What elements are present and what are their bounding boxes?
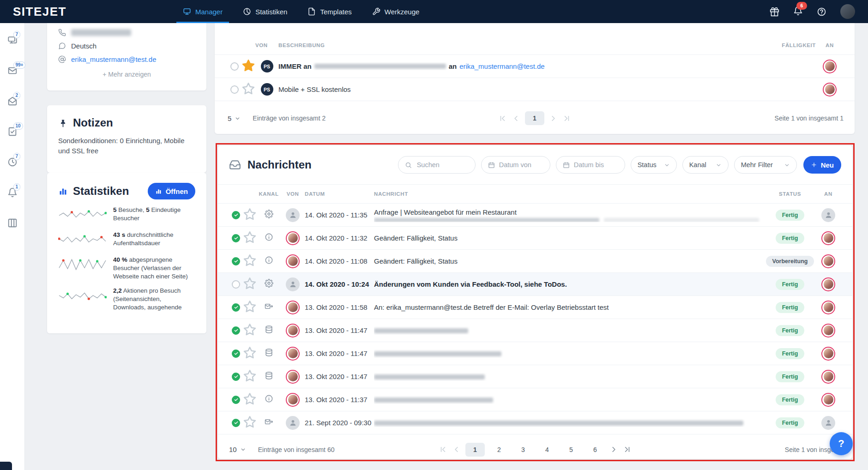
message-row[interactable]: 13. Okt 2020 - 11:37Fertig — [218, 388, 852, 411]
first-page-icon[interactable] — [498, 114, 507, 123]
message-row[interactable]: 14. Okt 2020 - 10:24Änderungen vom Kunde… — [218, 272, 852, 295]
sparkline-chart — [58, 256, 107, 274]
done-checkbox[interactable] — [232, 234, 240, 242]
last-page-icon[interactable] — [623, 445, 632, 454]
last-page-icon[interactable] — [562, 114, 571, 123]
done-checkbox[interactable] — [232, 211, 240, 219]
message-row[interactable]: 13. Okt 2020 - 11:47Fertig — [218, 319, 852, 342]
nav-item-statistiken[interactable]: Statistiken — [233, 0, 297, 23]
search-box[interactable] — [398, 156, 476, 174]
todo-row[interactable]: PSIMMER ananerika_mustermann@test.de — [215, 54, 855, 78]
page-6[interactable]: 6 — [585, 443, 605, 457]
cell-assignee — [821, 254, 835, 268]
star-icon[interactable] — [243, 376, 257, 384]
star-icon[interactable] — [243, 330, 257, 338]
star-icon[interactable] — [243, 422, 257, 430]
nav-item-manager[interactable]: Manager — [173, 0, 233, 23]
star-icon[interactable] — [243, 238, 257, 246]
date-from-input[interactable]: Datum von — [481, 156, 550, 174]
message-row[interactable]: 13. Okt 2020 - 11:47Fertig — [218, 342, 852, 365]
next-page-icon[interactable] — [609, 445, 618, 454]
cell-channel — [265, 279, 273, 289]
message-row[interactable]: 13. Okt 2020 - 11:47Fertig — [218, 365, 852, 388]
star-icon[interactable] — [241, 89, 255, 97]
previous-page-icon[interactable] — [452, 445, 461, 454]
help-fab[interactable]: ? — [830, 432, 853, 455]
new-message-button[interactable]: Neu — [803, 156, 841, 174]
star-icon[interactable] — [243, 307, 257, 315]
star-icon[interactable] — [241, 66, 255, 74]
avatar-placeholder — [286, 416, 300, 430]
rail-item-history[interactable]: 7 — [7, 157, 18, 167]
cell-from — [286, 231, 300, 245]
status-filter-select[interactable]: Status — [631, 156, 677, 174]
collapsed-widget[interactable] — [0, 462, 12, 470]
done-checkbox[interactable] — [232, 303, 240, 312]
page-4[interactable]: 4 — [537, 443, 557, 457]
done-checkbox[interactable] — [232, 326, 240, 335]
status-badge: Fertig — [776, 210, 805, 221]
rail-item-notifications[interactable]: 1 — [7, 187, 18, 198]
calendar-icon — [488, 162, 495, 169]
message-row[interactable]: 14. Okt 2020 - 11:08Geändert: Fälligkeit… — [218, 249, 852, 272]
avatar-photo — [821, 393, 835, 407]
page-5[interactable]: 5 — [561, 443, 581, 457]
message-row[interactable]: 14. Okt 2020 - 11:32Geändert: Fälligkeit… — [218, 226, 852, 249]
page-3[interactable]: 3 — [513, 443, 533, 457]
page-1[interactable]: 1 — [465, 443, 485, 457]
notes-header: Notizen — [58, 116, 195, 129]
help-icon[interactable] — [817, 7, 826, 17]
email-link[interactable]: erika_mustermann@test.de — [71, 55, 156, 63]
open-statistics-button[interactable]: Öffnen — [148, 183, 195, 199]
star-icon[interactable] — [243, 353, 257, 361]
gift-icon[interactable] — [770, 7, 779, 17]
message-text: An: erika_mustermann@test.de Betreff der… — [374, 303, 753, 311]
nav-item-werkzeuge[interactable]: Werkzeuge — [362, 0, 430, 23]
rail-item-inbox[interactable]: 2 — [7, 96, 18, 106]
next-page-icon[interactable] — [549, 114, 558, 123]
page-2[interactable]: 2 — [489, 443, 509, 457]
show-more-link[interactable]: + Mehr anzeigen — [58, 66, 195, 78]
previous-page-icon[interactable] — [512, 114, 520, 123]
file-icon — [307, 7, 316, 16]
done-checkbox[interactable] — [232, 396, 240, 404]
star-icon[interactable] — [243, 261, 257, 269]
open-checkbox[interactable] — [230, 62, 239, 71]
message-row[interactable]: 13. Okt 2020 - 11:58An: erika_mustermann… — [218, 295, 852, 319]
rail-item-todos[interactable]: 10 — [7, 127, 18, 137]
first-page-icon[interactable] — [439, 445, 447, 454]
open-checkbox[interactable] — [232, 280, 240, 289]
open-checkbox[interactable] — [230, 85, 239, 94]
status-badge: Fertig — [776, 348, 805, 359]
user-avatar[interactable] — [840, 4, 855, 19]
page-size-select[interactable]: 5 — [228, 114, 241, 122]
done-checkbox[interactable] — [232, 373, 240, 381]
page-size-select[interactable]: 10 — [229, 446, 246, 453]
col-beschreibung: BESCHREIBUNG — [278, 42, 776, 48]
more-filters-select[interactable]: Mehr Filter — [734, 156, 797, 174]
notifications-button[interactable]: 6 — [793, 6, 803, 18]
page-1[interactable]: 1 — [525, 111, 544, 125]
cell-from — [286, 208, 300, 222]
star-icon[interactable] — [243, 215, 257, 223]
search-input[interactable] — [416, 161, 469, 169]
notes-title: Notizen — [73, 116, 113, 129]
todo-row[interactable]: PSMobile + SSL kostenlos — [215, 78, 855, 101]
done-checkbox[interactable] — [232, 257, 240, 265]
channel-filter-select[interactable]: Kanal — [682, 156, 729, 174]
rail-badge: 10 — [13, 122, 23, 130]
message-text-cell — [374, 326, 765, 335]
date-to-input[interactable]: Datum bis — [556, 156, 625, 174]
email-link[interactable]: erika_mustermann@test.de — [459, 62, 544, 70]
rail-item-websites[interactable]: 7 — [7, 35, 18, 45]
done-checkbox[interactable] — [232, 419, 240, 427]
rail-item-board[interactable] — [7, 218, 18, 228]
message-row[interactable]: 14. Okt 2020 - 11:35Anfrage | Websiteang… — [218, 203, 852, 226]
rail-item-messages[interactable]: 99+ — [7, 66, 18, 76]
message-row[interactable]: 21. Sept 2020 - 09:30Fertig — [218, 411, 852, 434]
done-checkbox[interactable] — [232, 349, 240, 358]
nav-item-templates[interactable]: Templates — [297, 0, 362, 23]
star-icon[interactable] — [243, 284, 257, 292]
star-icon[interactable] — [243, 399, 257, 407]
stat-text: 43 s durchschnittliche Aufenthaltsdauer — [113, 231, 193, 247]
